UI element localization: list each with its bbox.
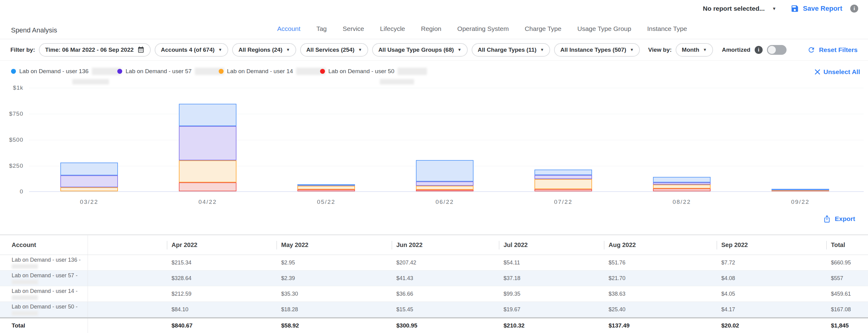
value-cell [88,255,167,270]
usage-type-groups-filter[interactable]: All Usage Type Groups (68) ▼ [372,43,468,57]
value-cell: $54.11 [499,255,604,270]
filter-by-label: Filter by: [10,46,35,53]
view-by-selector[interactable]: Month ▼ [676,43,713,57]
account-name-cell: Lab on Demand - user 57 - [0,271,88,286]
value-cell: $215.34 [167,255,277,270]
value-cell: $4.08 [717,271,826,286]
reset-filters-label: Reset Filters [819,46,858,54]
report-selector-dropdown[interactable]: No report selected... ▼ [703,5,776,12]
tab-operating-system[interactable]: Operating System [457,25,509,32]
bar-segment[interactable] [416,190,473,191]
tab-service[interactable]: Service [343,25,364,32]
bar-segment[interactable] [653,185,711,189]
bar-segment[interactable] [534,175,592,179]
tab-account[interactable]: Account [277,25,301,32]
filter-bar: Filter by: Time: 06 Mar 2022 - 06 Sep 20… [0,39,868,61]
services-filter[interactable]: All Services (254) ▼ [300,43,368,57]
bar-segment[interactable] [179,104,237,126]
info-icon[interactable]: i [755,46,763,54]
amortized-toggle[interactable] [767,45,786,55]
legend-dot-blue [11,69,16,74]
tab-tag[interactable]: Tag [316,25,327,32]
bar-segment[interactable] [653,189,711,191]
table-row: Lab on Demand - user 14 -$212.59$35.30$3… [0,286,868,302]
value-cell: $557 [826,271,868,286]
value-cell: $38.63 [604,286,717,301]
redacted-text [12,264,38,269]
bar-segment[interactable] [534,179,592,190]
gridline [29,140,864,140]
bar-segment[interactable] [416,181,473,186]
bar-segment[interactable] [298,186,355,190]
y-axis-label: 0 [4,188,23,195]
value-cell: $99.35 [499,286,604,301]
tab-charge-type[interactable]: Charge Type [525,25,561,32]
account-name: Lab on Demand - user 57 - [12,272,78,279]
chevron-down-icon: ▼ [458,48,462,52]
legend-item-user-14[interactable]: Lab on Demand - user 14 [219,68,326,75]
value-cell: $21.70 [604,271,717,286]
x-axis-label: 05/22 [298,199,355,205]
gridline [29,88,864,88]
charge-types-filter[interactable]: All Charge Types (11) ▼ [472,43,550,57]
table-total-row: Total$840.67$58.92$300.95$210.32$137.49$… [0,318,868,333]
value-cell: $207.42 [392,255,499,270]
bar-segment[interactable] [179,126,237,160]
account-name-cell: Lab on Demand - user 136 - [0,255,88,270]
table-row: Lab on Demand - user 50 -$84.10$18.28$15… [0,302,868,318]
bar-segment[interactable] [416,186,473,190]
redacted-text [380,79,414,85]
bar-segment[interactable] [298,184,355,186]
value-cell: $660.95 [826,255,868,270]
value-cell: $41.43 [392,271,499,286]
bar-segment[interactable] [416,160,473,182]
column-header-sep: Sep 2022 [717,235,826,255]
bar-segment[interactable] [653,182,711,185]
instance-types-filter[interactable]: All Instance Types (507) ▼ [554,43,640,57]
accounts-filter[interactable]: Accounts 4 (of 674) ▼ [155,43,228,57]
tab-usage-type-group[interactable]: Usage Type Group [577,25,631,32]
legend-dot-purple [117,69,122,74]
export-button[interactable]: Export [823,215,855,223]
bar-segment[interactable] [298,190,355,191]
bar-segment[interactable] [179,160,237,182]
value-cell [88,302,167,317]
bar-segment[interactable] [772,189,829,190]
value-cell [88,271,167,286]
report-selector-label: No report selected... [703,5,765,12]
save-report-button[interactable]: Save Report [790,4,842,13]
services-filter-label: All Services (254) [306,46,354,53]
view-by-value: Month [682,46,699,53]
reset-filters-button[interactable]: Reset Filters [807,46,858,54]
legend-item-user-57[interactable]: Lab on Demand - user 57 [117,68,224,75]
bar-segment[interactable] [179,182,237,191]
unselect-all-button[interactable]: Unselect All [814,68,860,76]
legend-item-user-50[interactable]: Lab on Demand - user 50 [320,68,427,75]
x-axis-label: 08/22 [653,199,711,205]
bar-segment[interactable] [60,163,118,175]
tab-lifecycle[interactable]: Lifecycle [380,25,405,32]
value-cell: $35.30 [277,286,392,301]
legend-label: Lab on Demand - user 14 [227,68,293,75]
value-cell: $19.67 [499,302,604,317]
column-header-jun: Jun 2022 [392,235,499,255]
bar-segment[interactable] [653,177,711,182]
top-bar: No report selected... ▼ Save Report i [0,0,868,17]
info-icon[interactable]: i [850,5,858,12]
tab-region[interactable]: Region [421,25,441,32]
account-name-cell: Lab on Demand - user 14 - [0,286,88,301]
bar-segment[interactable] [60,187,118,191]
tab-instance-type[interactable]: Instance Type [647,25,687,32]
bar-segment[interactable] [534,189,592,191]
value-cell: $20.02 [717,318,826,333]
redacted-text [398,68,427,75]
charge-types-filter-label: All Charge Types (11) [478,46,537,53]
regions-filter[interactable]: All Regions (24) ▼ [232,43,296,57]
account-name: Lab on Demand - user 136 - [12,257,81,263]
legend-item-user-136[interactable]: Lab on Demand - user 136 [11,68,121,75]
value-cell: $328.64 [167,271,277,286]
bar-segment[interactable] [60,175,118,187]
bar-segment[interactable] [534,170,592,175]
value-cell: $840.67 [167,318,277,333]
time-range-filter[interactable]: Time: 06 Mar 2022 - 06 Sep 2022 [39,43,151,57]
